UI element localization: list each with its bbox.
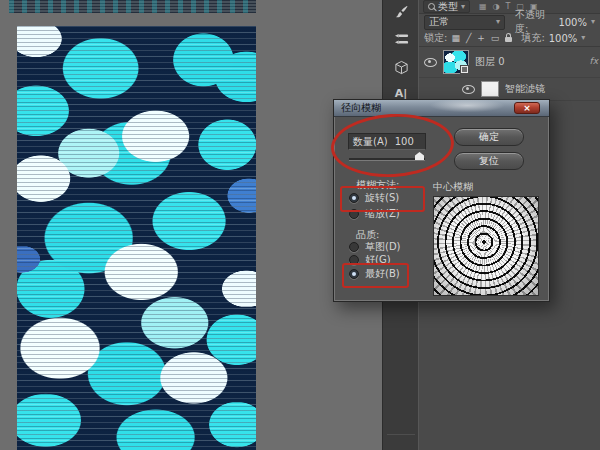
3d-panel-icon[interactable]: [383, 57, 419, 77]
radio-best[interactable]: 最好(B): [349, 267, 400, 280]
type-layer-filter-icon[interactable]: T: [506, 2, 511, 11]
smart-filters-row[interactable]: 智能滤镜: [419, 78, 600, 101]
amount-label: 数量(A): [353, 135, 388, 149]
brush-icon: [394, 5, 409, 20]
close-icon: ×: [523, 104, 531, 113]
filter-mask-thumbnail[interactable]: [481, 81, 499, 97]
reset-button[interactable]: 复位: [454, 152, 524, 170]
layer-filter-bar: 类型 ▾ ▦ ◑ T ▢ ▣: [419, 0, 600, 14]
layer-thumbnail[interactable]: [443, 50, 469, 74]
amount-slider[interactable]: [349, 158, 425, 161]
radio-button-icon[interactable]: [349, 209, 359, 219]
ok-button[interactable]: 确定: [454, 128, 524, 146]
tool-presets-panel-icon[interactable]: [383, 28, 419, 48]
center-blur-label: 中心模糊: [433, 180, 473, 194]
stones-canvas-image: [17, 26, 256, 450]
opacity-value[interactable]: 100%: [558, 17, 587, 28]
ok-label: 确定: [479, 130, 499, 144]
layer-row-0[interactable]: 图层 0 fx: [419, 47, 600, 78]
radio-button-icon[interactable]: [349, 255, 359, 265]
tool-presets-icon: [394, 31, 409, 46]
chevron-down-icon: ▾: [461, 3, 465, 11]
kind-filter-label: 类型: [438, 0, 458, 14]
slider-thumb[interactable]: [415, 152, 424, 160]
lock-artboard-icon[interactable]: ▭: [491, 33, 500, 43]
adjustment-layer-filter-icon[interactable]: ◑: [493, 2, 500, 11]
dialog-titlebar[interactable]: 径向模糊 ×: [334, 100, 549, 117]
radio-good[interactable]: 好(G): [349, 253, 391, 266]
radio-spin[interactable]: 旋转(S): [349, 191, 399, 204]
smart-filter-fx-icon[interactable]: fx: [590, 56, 599, 66]
smart-filters-label: 智能滤镜: [505, 82, 545, 96]
blend-mode-row: 正常 ▾ 不透明度: 100% ▾: [419, 14, 600, 30]
search-icon: [428, 3, 435, 10]
lock-icons: ▦ ╱ + ▭: [451, 33, 512, 43]
visibility-eye-icon[interactable]: [424, 58, 437, 67]
reset-label: 复位: [479, 154, 499, 168]
visibility-eye-icon[interactable]: [462, 85, 475, 94]
radio-spin-label: 旋转(S): [365, 191, 399, 205]
radio-draft[interactable]: 草图(D): [349, 240, 401, 253]
close-button[interactable]: ×: [514, 102, 540, 114]
lock-all-icon[interactable]: [505, 37, 512, 42]
layer-kind-filter[interactable]: 类型 ▾: [423, 0, 470, 13]
lock-position-icon[interactable]: +: [477, 33, 485, 43]
radio-button-icon[interactable]: [349, 242, 359, 252]
radio-zoom-label: 缩放(Z): [365, 207, 400, 221]
blend-mode-select[interactable]: 正常 ▾: [424, 15, 505, 30]
chevron-down-icon[interactable]: ▾: [591, 18, 595, 26]
blend-mode-value: 正常: [429, 15, 449, 29]
radio-button-icon[interactable]: [349, 269, 359, 279]
radio-button-icon[interactable]: [349, 193, 359, 203]
cube-icon: [394, 60, 409, 75]
dialog-title: 径向模糊: [334, 101, 381, 115]
dock-divider: [387, 434, 415, 435]
image-top-sliver: [9, 0, 256, 13]
amount-field[interactable]: 数量(A) 100: [348, 133, 426, 150]
radio-zoom[interactable]: 缩放(Z): [349, 207, 400, 220]
amount-input[interactable]: 100: [395, 136, 414, 147]
radio-draft-label: 草图(D): [365, 240, 401, 254]
lock-row: 锁定: ▦ ╱ + ▭ 填充: 100% ▾: [419, 30, 600, 47]
lock-pixels-icon[interactable]: ╱: [466, 33, 471, 43]
radio-best-label: 最好(B): [365, 267, 400, 281]
smart-object-badge-icon: [460, 65, 469, 74]
radio-good-label: 好(G): [365, 253, 391, 267]
blur-center-preview[interactable]: [433, 196, 539, 296]
brush-panel-icon[interactable]: [383, 2, 419, 22]
pixel-layer-filter-icon[interactable]: ▦: [479, 2, 487, 11]
chevron-down-icon[interactable]: ▾: [581, 34, 585, 42]
fill-value[interactable]: 100%: [549, 33, 578, 44]
layer-name[interactable]: 图层 0: [475, 55, 505, 69]
fill-label: 填充:: [521, 31, 544, 45]
radial-blur-dialog: 径向模糊 × 数量(A) 100 确定 复位 模糊方法: 旋转(S) 缩放(Z)…: [333, 99, 550, 302]
chevron-down-icon: ▾: [496, 18, 500, 26]
lock-label: 锁定:: [424, 31, 447, 45]
lock-transparency-icon[interactable]: ▦: [451, 33, 460, 43]
photoshop-workspace: A| 类型 ▾ ▦ ◑ T ▢ ▣ 正常 ▾ 不透明度: 100%: [0, 0, 600, 450]
